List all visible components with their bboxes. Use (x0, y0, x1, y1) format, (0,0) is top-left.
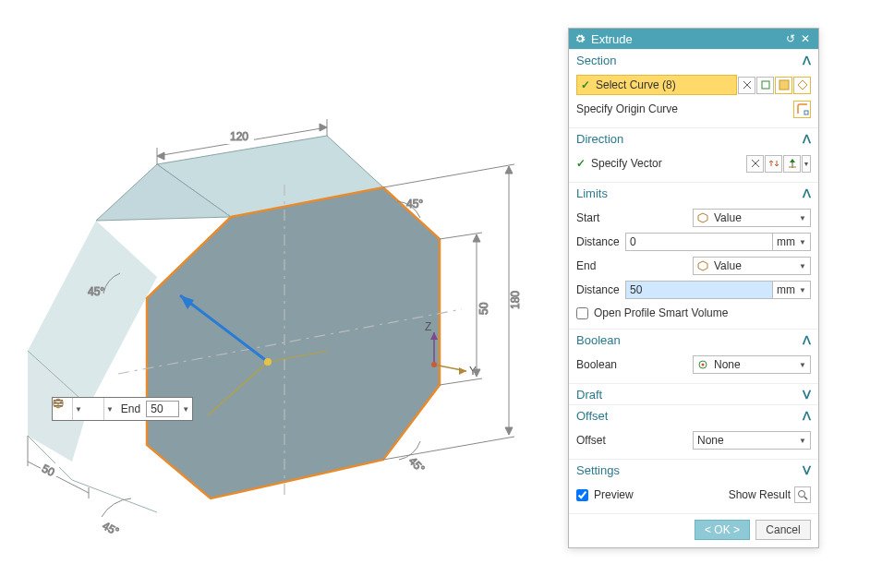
svg-point-9 (264, 358, 272, 366)
collapse-down-icon: ᐯ (803, 388, 811, 402)
svg-rect-59 (804, 111, 808, 114)
collapse-up-icon: ᐱ (803, 132, 811, 146)
svg-marker-14 (459, 367, 466, 375)
unit-selector[interactable]: mm▼ (773, 281, 811, 299)
svg-text:45°: 45° (406, 198, 423, 210)
dropdown-arrow-icon[interactable]: ▼ (179, 405, 192, 414)
svg-marker-35 (505, 427, 513, 435)
section-header-section[interactable]: Section ᐱ (569, 50, 818, 70)
select-curve-label: Select Curve (8) (596, 78, 676, 91)
dim-chamfer-bl: 45° (101, 498, 131, 538)
svg-text:Z: Z (425, 320, 431, 333)
onscreen-end-label: End (115, 402, 146, 415)
svg-line-52 (58, 402, 63, 404)
svg-rect-56 (762, 81, 769, 89)
svg-marker-34 (505, 166, 513, 174)
svg-point-16 (431, 362, 437, 367)
sketch-section-icon[interactable] (756, 77, 774, 94)
show-result-button[interactable] (794, 486, 811, 503)
dropdown-arrow-icon[interactable]: ▼ (73, 405, 84, 414)
svg-marker-65 (698, 213, 707, 222)
dim-right-50: 50 (440, 233, 499, 385)
checkmark-icon: ✓ (576, 157, 586, 170)
ok-button[interactable]: < OK > (695, 520, 750, 540)
svg-text:45°: 45° (101, 519, 122, 538)
section-header-boolean[interactable]: Boolean ᐱ (569, 330, 818, 350)
vector-dialog-icon[interactable] (746, 155, 764, 173)
reset-icon[interactable]: ↺ (783, 32, 798, 45)
collapse-up-icon: ᐱ (803, 54, 811, 67)
dialog-footer: < OK > Cancel (569, 513, 818, 547)
checkmark-icon: ✓ (581, 78, 590, 91)
limits-end-distance-input[interactable] (625, 281, 773, 299)
svg-line-2 (72, 480, 157, 512)
none-icon (697, 359, 710, 370)
curve-collector-icon[interactable] (775, 77, 792, 94)
svg-point-68 (702, 364, 705, 366)
limits-start-distance-label: Distance (576, 235, 625, 248)
svg-marker-66 (698, 261, 707, 270)
svg-text:180: 180 (509, 291, 522, 309)
select-curve-row[interactable]: ✓ Select Curve (8) (576, 75, 737, 95)
origin-curve-icon[interactable] (793, 101, 811, 118)
svg-text:120: 120 (230, 130, 248, 143)
extrude-dialog: Extrude ↺ ✕ Section ᐱ ✓ Select Curve (8) (568, 28, 819, 548)
boolean-mode[interactable]: None ▼ (693, 355, 811, 374)
vector-type-dropdown[interactable]: ▼ (802, 155, 811, 173)
svg-line-25 (440, 378, 482, 385)
svg-marker-27 (473, 234, 480, 242)
cube-icon[interactable] (84, 398, 104, 420)
stop-at-intersection-icon[interactable] (793, 77, 811, 94)
curve-rule-icon[interactable] (738, 77, 755, 94)
magnifier-icon (797, 489, 808, 500)
section-header-direction[interactable]: Direction ᐱ (569, 128, 818, 149)
inferred-vector-icon[interactable] (783, 155, 801, 173)
onscreen-end-value[interactable] (146, 401, 179, 417)
reverse-direction-icon[interactable] (765, 155, 782, 173)
limits-end-mode[interactable]: Value ▼ (693, 257, 811, 275)
dropdown-arrow-icon[interactable]: ▼ (104, 405, 115, 414)
collapse-down-icon: ᐯ (803, 463, 811, 477)
open-profile-checkbox[interactable] (576, 307, 588, 319)
dropdown-arrow-icon: ▼ (797, 437, 806, 445)
limits-start-distance-input[interactable] (625, 233, 773, 251)
unit-selector[interactable]: mm▼ (773, 233, 811, 251)
offset-label: Offset (576, 434, 693, 447)
limits-start-label: Start (576, 211, 693, 224)
collapse-up-icon: ᐱ (803, 186, 811, 200)
svg-line-51 (54, 402, 58, 404)
gear-icon[interactable] (574, 33, 586, 44)
svg-marker-58 (798, 80, 807, 90)
limits-end-distance-label: Distance (576, 283, 625, 296)
svg-rect-57 (779, 80, 789, 90)
show-result-label: Show Result (729, 488, 791, 501)
close-icon[interactable]: ✕ (798, 32, 813, 45)
svg-marker-21 (320, 124, 327, 131)
onscreen-extrude-input[interactable]: ▼ ▼ End ▼ (52, 397, 193, 421)
preview-checkbox[interactable] (576, 489, 588, 501)
open-profile-label: Open Profile Smart Volume (594, 306, 728, 319)
dialog-titlebar[interactable]: Extrude ↺ ✕ (569, 29, 818, 49)
specify-origin-label: Specify Origin Curve (576, 102, 793, 115)
cancel-button[interactable]: Cancel (755, 520, 811, 540)
limits-end-label: End (576, 259, 693, 272)
svg-point-69 (799, 491, 805, 498)
cube-icon (697, 212, 710, 223)
dropdown-arrow-icon: ▼ (797, 361, 806, 369)
dialog-title: Extrude (591, 32, 783, 46)
section-header-draft[interactable]: Draft ᐯ (569, 384, 818, 404)
cube-icon (697, 260, 710, 271)
svg-text:50: 50 (477, 302, 490, 315)
section-header-offset[interactable]: Offset ᐱ (569, 405, 818, 426)
svg-line-31 (383, 164, 514, 187)
offset-mode[interactable]: None ▼ (693, 431, 811, 450)
section-header-settings[interactable]: Settings ᐯ (569, 460, 818, 480)
svg-text:45°: 45° (406, 454, 428, 475)
section-header-limits[interactable]: Limits ᐱ (569, 183, 818, 203)
dropdown-arrow-icon: ▼ (797, 262, 806, 270)
limits-start-mode[interactable]: Value ▼ (693, 209, 811, 227)
model-viewport[interactable]: Z Y 120 50 (0, 0, 568, 588)
svg-line-32 (383, 437, 514, 460)
specify-vector-label: Specify Vector (591, 157, 745, 170)
boolean-label: Boolean (576, 358, 693, 371)
